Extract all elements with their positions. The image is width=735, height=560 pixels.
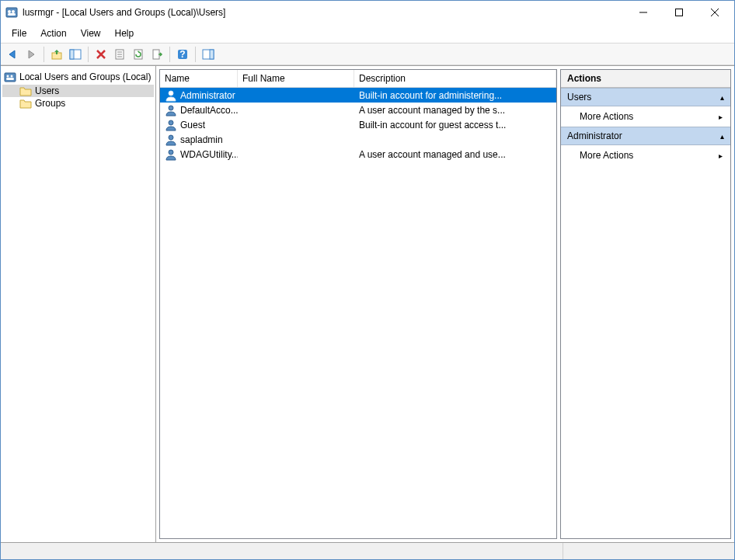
column-header-description[interactable]: Description	[354, 70, 556, 87]
close-icon	[711, 9, 719, 16]
show-hide-action-pane-button[interactable]	[200, 46, 217, 63]
svg-point-25	[11, 75, 13, 78]
actions-section-head[interactable]: Administrator▴	[561, 127, 730, 145]
tree-item-label: Users	[35, 85, 59, 96]
toolbar-separator	[44, 47, 44, 62]
collapse-icon: ▴	[720, 93, 724, 102]
window-title: lusrmgr - [Local Users and Groups (Local…	[23, 7, 225, 18]
close-button[interactable]	[697, 1, 733, 24]
svg-point-28	[169, 106, 173, 110]
svg-rect-10	[70, 50, 74, 59]
statusbar	[1, 542, 734, 559]
svg-rect-22	[210, 50, 214, 59]
tree-item-label: Groups	[35, 98, 65, 109]
action-item-label: More Actions	[580, 150, 633, 161]
list-body: AdministratorBuilt-in account for admini…	[160, 88, 556, 538]
action-more-actions[interactable]: More Actions▸	[561, 106, 730, 127]
cell-name: sapladmin	[180, 134, 223, 145]
tree-root[interactable]: Local Users and Groups (Local)	[2, 69, 154, 85]
export-list-button[interactable]	[148, 46, 165, 63]
toolbar-separator	[169, 47, 170, 62]
export-icon	[151, 48, 163, 61]
cell-name: DefaultAcco...	[180, 105, 238, 116]
actions-section-body: More Actions▸	[561, 145, 730, 165]
actions-title: Actions	[561, 70, 730, 88]
menu-view[interactable]: View	[75, 26, 107, 41]
svg-point-30	[169, 135, 173, 140]
minimize-button[interactable]	[625, 1, 661, 24]
list-row[interactable]: WDAGUtility...A user account managed and…	[160, 147, 556, 162]
cell-name: Administrator	[180, 90, 235, 101]
up-button[interactable]	[48, 46, 65, 63]
user-icon	[165, 89, 177, 102]
refresh-icon	[132, 48, 145, 61]
toolbar-separator	[195, 47, 196, 62]
lusrmgr-root-icon	[4, 71, 16, 83]
action-item-label: More Actions	[580, 111, 633, 122]
list-row[interactable]: AdministratorBuilt-in account for admini…	[160, 88, 556, 103]
forward-button[interactable]	[23, 46, 40, 63]
svg-point-29	[169, 120, 173, 125]
window: lusrmgr - [Local Users and Groups (Local…	[0, 0, 735, 560]
action-pane-icon	[202, 48, 214, 61]
titlebar: lusrmgr - [Local Users and Groups (Local…	[1, 1, 734, 24]
user-icon	[165, 104, 177, 117]
delete-button[interactable]	[92, 46, 110, 63]
svg-rect-18	[153, 50, 159, 59]
tree-panel: Local Users and Groups (Local) UsersGrou…	[1, 66, 156, 542]
user-icon	[165, 134, 177, 146]
menu-file[interactable]: File	[5, 26, 33, 41]
user-icon	[165, 148, 177, 161]
cell-description: Built-in account for administering...	[354, 90, 556, 101]
tree-item-users[interactable]: Users	[2, 85, 154, 97]
actions-panel: Actions Users▴More Actions▸Administrator…	[560, 69, 731, 539]
folder-icon	[19, 86, 32, 96]
column-header-fullname[interactable]: Full Name	[238, 70, 354, 87]
menu-help[interactable]: Help	[109, 26, 141, 41]
main-body: Local Users and Groups (Local) UsersGrou…	[1, 65, 734, 542]
properties-icon	[113, 48, 126, 61]
list-row[interactable]: sapladmin	[160, 132, 556, 147]
menu-action[interactable]: Action	[34, 26, 72, 41]
show-hide-tree-button[interactable]	[67, 46, 84, 63]
tree-root-label: Local Users and Groups (Local)	[19, 71, 151, 82]
toolbar: ?	[1, 43, 734, 65]
toolbar-separator	[88, 47, 89, 62]
cell-name: WDAGUtility...	[180, 149, 238, 160]
lusrmgr-icon	[5, 6, 18, 19]
back-button[interactable]	[4, 46, 21, 63]
svg-rect-5	[676, 9, 683, 16]
folder-up-icon	[51, 48, 63, 61]
tree-pane-icon	[69, 48, 82, 61]
user-icon	[165, 119, 177, 131]
maximize-button[interactable]	[661, 1, 697, 24]
help-button[interactable]: ?	[174, 46, 191, 63]
back-arrow-icon	[6, 48, 19, 61]
svg-rect-3	[8, 13, 16, 16]
cell-name: Guest	[180, 120, 205, 130]
menubar: File Action View Help	[1, 24, 734, 43]
submenu-arrow-icon: ▸	[719, 151, 723, 160]
help-icon: ?	[176, 48, 189, 61]
minimize-icon	[639, 9, 647, 16]
cell-description: A user account managed and use...	[354, 149, 556, 160]
tree-item-groups[interactable]: Groups	[2, 97, 154, 110]
action-more-actions[interactable]: More Actions▸	[561, 145, 730, 165]
properties-button[interactable]	[111, 46, 128, 63]
list-panel: Name Full Name Description Administrator…	[159, 69, 557, 539]
cell-description: Built-in account for guest access t...	[354, 120, 556, 130]
actions-section-head[interactable]: Users▴	[561, 88, 730, 106]
submenu-arrow-icon: ▸	[719, 113, 723, 121]
svg-point-27	[169, 91, 173, 96]
svg-rect-0	[6, 8, 17, 17]
column-header-name[interactable]: Name	[160, 70, 238, 87]
maximize-icon	[675, 9, 683, 16]
svg-point-1	[8, 10, 11, 13]
refresh-button[interactable]	[130, 46, 147, 63]
cell-description: A user account managed by the s...	[354, 105, 556, 116]
list-row[interactable]: DefaultAcco...A user account managed by …	[160, 103, 556, 117]
collapse-icon: ▴	[720, 132, 724, 141]
actions-section-title: Users	[567, 92, 591, 103]
list-row[interactable]: GuestBuilt-in account for guest access t…	[160, 117, 556, 132]
status-cell	[563, 543, 734, 559]
